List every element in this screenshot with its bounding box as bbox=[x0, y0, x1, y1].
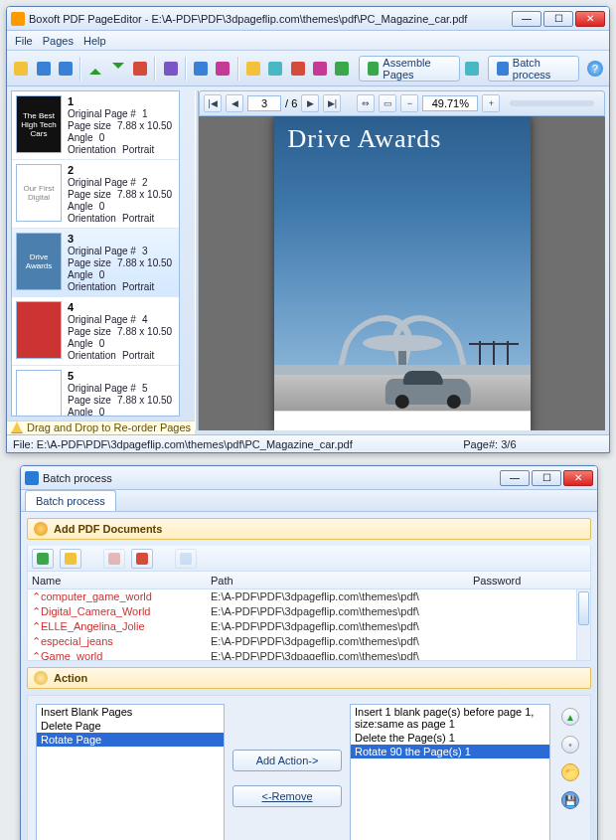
tab-batch-process[interactable]: Batch process bbox=[25, 490, 116, 511]
close-button[interactable]: ✕ bbox=[575, 11, 605, 27]
file-row[interactable]: ⌃Game_worldE:\A-PDF\PDF\3dpageflip.com\t… bbox=[28, 649, 576, 660]
remove-action-button[interactable]: <-Remove bbox=[232, 785, 342, 807]
move-up-button[interactable]: ▲ bbox=[561, 708, 579, 726]
toolbar-copy-icon[interactable] bbox=[191, 57, 211, 81]
toolbar-rotate-icon[interactable] bbox=[310, 57, 330, 81]
zoom-slider[interactable] bbox=[510, 100, 594, 106]
available-actions-list[interactable]: Insert Blank PagesDelete PageRotate Page bbox=[36, 704, 225, 840]
thumb-image bbox=[16, 370, 62, 417]
car-graphic bbox=[385, 379, 470, 405]
toolbar-saveas-icon[interactable] bbox=[56, 57, 76, 81]
add-folder-button[interactable] bbox=[60, 549, 81, 569]
toolbar-refresh-icon[interactable] bbox=[462, 57, 482, 81]
action-script-list[interactable]: Insert 1 blank page(s) before page 1, si… bbox=[350, 704, 550, 840]
clear-files-button[interactable] bbox=[131, 549, 153, 569]
zoom-percent-field[interactable]: 49.71% bbox=[422, 95, 478, 111]
menu-help[interactable]: Help bbox=[83, 35, 106, 47]
assemble-pages-button[interactable]: Assemble Pages bbox=[359, 56, 460, 82]
title-bar[interactable]: Boxoft PDF PageEditor - E:\A-PDF\PDF\3dp… bbox=[7, 7, 609, 31]
warning-icon bbox=[11, 421, 23, 433]
page-canvas[interactable]: Drive Awards bbox=[199, 116, 605, 430]
file-row[interactable]: ⌃especial_jeansE:\A-PDF\PDF\3dpageflip.c… bbox=[28, 634, 576, 649]
page-viewer: |◀ ◀ / 6 ▶ ▶| ⇔ ▭ − 49.71% + Drive Award… bbox=[199, 90, 605, 430]
toolbar-move-up-icon[interactable] bbox=[85, 57, 105, 81]
script-action-item[interactable]: Insert 1 blank page(s) before page 1, si… bbox=[351, 705, 549, 731]
batch-process-window: Batch process — ☐ ✕ Batch process Add PD… bbox=[20, 465, 598, 840]
action-builder: Insert Blank PagesDelete PageRotate Page… bbox=[27, 695, 591, 840]
thumb-meta: 1Original Page # 1Page size 7.88 x 10.50… bbox=[68, 95, 172, 155]
toolbar-paste-icon[interactable] bbox=[213, 57, 232, 81]
file-list[interactable]: Name Path Password ⌃computer_game_worldE… bbox=[27, 572, 591, 661]
thumb-row-1[interactable]: The Best High Tech Cars1Original Page # … bbox=[12, 91, 179, 160]
available-action-item[interactable]: Rotate Page bbox=[37, 733, 224, 747]
script-action-item[interactable]: Delete the Page(s) 1 bbox=[351, 731, 549, 745]
prev-page-button[interactable]: ◀ bbox=[226, 94, 243, 112]
file-list-scrollbar[interactable] bbox=[576, 589, 590, 660]
col-path[interactable]: Path bbox=[211, 575, 473, 587]
toolbar-delete-icon[interactable] bbox=[287, 57, 307, 81]
app-icon bbox=[11, 12, 25, 26]
available-action-item[interactable]: Delete Page bbox=[37, 719, 224, 733]
batch-title-bar[interactable]: Batch process — ☐ ✕ bbox=[21, 466, 597, 490]
status-bar: File: E:\A-PDF\PDF\3dpageflip.com\themes… bbox=[7, 434, 609, 452]
batch-process-button[interactable]: Batch process bbox=[488, 56, 578, 82]
add-action-button[interactable]: Add Action-> bbox=[232, 750, 342, 771]
thumb-image: Drive Awards bbox=[16, 233, 62, 290]
page-navigation-toolbar: |◀ ◀ / 6 ▶ ▶| ⇔ ▭ − 49.71% + bbox=[199, 90, 605, 116]
thumb-image bbox=[16, 301, 62, 359]
thumb-row-4[interactable]: 4Original Page # 4Page size 7.88 x 10.50… bbox=[12, 297, 179, 366]
file-row[interactable]: ⌃computer_game_worldE:\A-PDF\PDF\3dpagef… bbox=[28, 589, 576, 604]
fit-page-button[interactable]: ▭ bbox=[379, 94, 396, 112]
file-list-toolbar bbox=[27, 546, 591, 572]
help-icon[interactable]: ? bbox=[585, 57, 605, 81]
zoom-out-button[interactable]: − bbox=[400, 94, 418, 112]
current-page-input[interactable] bbox=[247, 95, 281, 111]
toolbar-open-icon[interactable] bbox=[11, 57, 31, 81]
edit-file-button[interactable] bbox=[175, 549, 197, 569]
zoom-in-button[interactable]: + bbox=[482, 94, 500, 112]
file-row[interactable]: ⌃ELLE_Angelina_JolieE:\A-PDF\PDF\3dpagef… bbox=[28, 619, 576, 634]
close-button[interactable]: ✕ bbox=[563, 470, 593, 486]
file-row[interactable]: ⌃Digital_Camera_WorldE:\A-PDF\PDF\3dpage… bbox=[28, 604, 576, 619]
minimize-button[interactable]: — bbox=[512, 11, 541, 27]
script-action-item[interactable]: Rotate 90 the Page(s) 1 bbox=[351, 745, 549, 758]
minimize-button[interactable]: — bbox=[500, 470, 530, 486]
maximize-button[interactable]: ☐ bbox=[543, 11, 573, 27]
assemble-pages-label: Assemble Pages bbox=[383, 57, 451, 81]
action-icon bbox=[34, 671, 48, 685]
main-toolbar: Assemble Pages Batch process ? bbox=[7, 51, 609, 86]
rendered-page: Drive Awards bbox=[274, 116, 531, 430]
toolbar-misc-icon[interactable] bbox=[332, 57, 352, 81]
move-neutral-button[interactable]: • bbox=[561, 736, 579, 754]
page-thumbnails-panel[interactable]: The Best High Tech Cars1Original Page # … bbox=[11, 90, 180, 417]
available-action-item[interactable]: Insert Blank Pages bbox=[37, 705, 224, 719]
maximize-button[interactable]: ☐ bbox=[532, 470, 561, 486]
toolbar-extract-icon[interactable] bbox=[265, 57, 285, 81]
thumb-row-5[interactable]: 5Original Page # 5Page size 7.88 x 10.50… bbox=[12, 366, 179, 417]
toolbar-cut-icon[interactable] bbox=[160, 57, 180, 81]
open-script-button[interactable]: 📁 bbox=[561, 763, 579, 781]
add-file-button[interactable] bbox=[32, 549, 54, 569]
thumb-row-2[interactable]: Our First Digital2Original Page # 2Page … bbox=[12, 160, 179, 229]
thumb-row-3[interactable]: Drive Awards3Original Page # 3Page size … bbox=[12, 229, 179, 297]
col-name[interactable]: Name bbox=[32, 575, 211, 587]
next-page-button[interactable]: ▶ bbox=[301, 94, 319, 112]
add-pdf-section-header: Add PDF Documents bbox=[27, 518, 591, 540]
toolbar-sort-icon[interactable] bbox=[130, 57, 150, 81]
thumb-meta: 4Original Page # 4Page size 7.88 x 10.50… bbox=[68, 301, 172, 361]
menu-pages[interactable]: Pages bbox=[43, 35, 74, 47]
remove-file-button[interactable] bbox=[103, 549, 125, 569]
fit-width-button[interactable]: ⇔ bbox=[357, 94, 375, 112]
save-script-button[interactable]: 💾 bbox=[561, 791, 579, 809]
toolbar-move-down-icon[interactable] bbox=[108, 57, 128, 81]
drag-drop-hint-text: Drag and Drop to Re-order Pages bbox=[27, 421, 191, 433]
col-password[interactable]: Password bbox=[473, 575, 572, 587]
thumb-image: Our First Digital bbox=[16, 164, 62, 222]
first-page-button[interactable]: |◀ bbox=[204, 94, 222, 112]
menu-file[interactable]: File bbox=[15, 35, 33, 47]
toolbar-save-icon[interactable] bbox=[33, 57, 53, 81]
last-page-button[interactable]: ▶| bbox=[323, 94, 341, 112]
status-page-number: Page#: 3/6 bbox=[463, 438, 516, 450]
thumb-meta: 2Original Page # 2Page size 7.88 x 10.50… bbox=[68, 164, 172, 224]
toolbar-insert-icon[interactable] bbox=[243, 57, 263, 81]
